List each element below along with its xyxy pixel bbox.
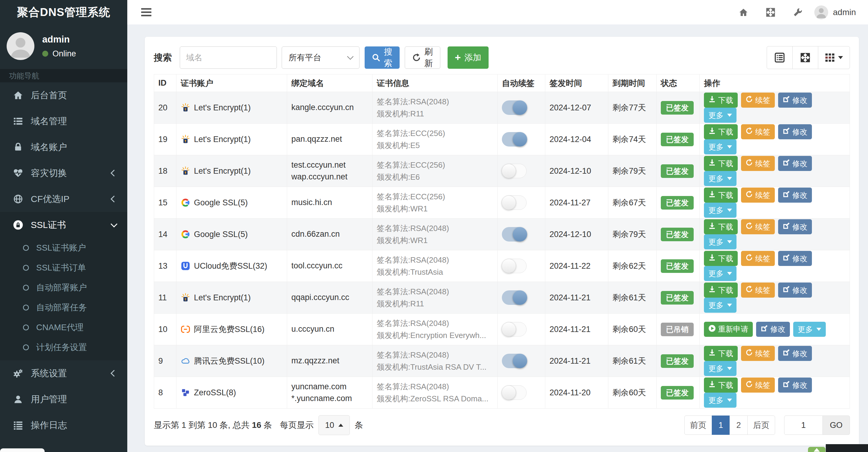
download-button[interactable]: 下载 bbox=[704, 188, 738, 203]
topbar-user-menu[interactable]: admin bbox=[814, 5, 856, 19]
edit-button[interactable]: 修改 bbox=[778, 283, 812, 298]
renew-button[interactable]: 续签 bbox=[741, 124, 775, 139]
renew-button[interactable]: 续签 bbox=[741, 93, 775, 108]
renew-button[interactable]: 续签 bbox=[741, 346, 775, 361]
auto-renew-toggle[interactable] bbox=[502, 322, 527, 336]
renew-button[interactable]: 续签 bbox=[741, 188, 775, 203]
sidebar-link-failover[interactable]: 容灾切换 bbox=[0, 160, 127, 186]
page-button-2[interactable]: 2 bbox=[730, 416, 748, 435]
more-button[interactable]: 更多 bbox=[704, 203, 737, 218]
wrench-icon[interactable] bbox=[784, 7, 811, 17]
sidebar-link-ssl[interactable]: SSL证书 bbox=[0, 212, 127, 238]
download-button[interactable]: 下载 bbox=[704, 378, 738, 393]
status-cell: 已签发 bbox=[657, 345, 700, 377]
lets-encrypt-icon bbox=[181, 166, 190, 176]
sidebar-subitem-ssl-accounts[interactable]: SSL证书账户 bbox=[0, 238, 127, 258]
back-to-top-button[interactable] bbox=[808, 447, 826, 452]
sidebar-link-domains[interactable]: 域名管理 bbox=[0, 108, 127, 134]
auto-renew-toggle[interactable] bbox=[502, 164, 527, 178]
sidebar-toggle-icon[interactable] bbox=[138, 5, 154, 19]
renew-button[interactable]: 续签 bbox=[741, 156, 775, 171]
auto-renew-toggle[interactable] bbox=[502, 227, 527, 241]
home-icon[interactable] bbox=[730, 7, 757, 17]
auto-renew-toggle[interactable] bbox=[502, 195, 527, 210]
add-button[interactable]: + 添加 bbox=[447, 46, 489, 69]
sidebar-link-users[interactable]: 用户管理 bbox=[0, 386, 127, 412]
expand-view-button[interactable] bbox=[792, 46, 818, 69]
sidebar-link-home[interactable]: 后台首页 bbox=[0, 82, 127, 108]
auto-renew-toggle[interactable] bbox=[502, 259, 527, 273]
edit-button[interactable]: 修改 bbox=[778, 378, 812, 393]
app-root: 聚合DNS管理系统 admin Online 功能导航 后台首页域名管理域名账户… bbox=[0, 0, 868, 452]
sidebar-subitem-deploy-accounts[interactable]: 自动部署账户 bbox=[0, 278, 127, 298]
more-button[interactable]: 更多 bbox=[704, 393, 737, 408]
page-size-select[interactable]: 10 bbox=[318, 415, 350, 435]
debug-trace-tab[interactable] bbox=[0, 448, 44, 452]
edit-button[interactable]: 修改 bbox=[778, 188, 812, 203]
goto-page-input[interactable] bbox=[784, 416, 823, 435]
edit-button[interactable]: 修改 bbox=[778, 124, 812, 139]
edit-button[interactable]: 修改 bbox=[778, 251, 812, 266]
sidebar-link-domain-accounts[interactable]: 域名账户 bbox=[0, 134, 127, 160]
edit-button[interactable]: 修改 bbox=[778, 156, 812, 171]
go-button[interactable]: GO bbox=[823, 416, 850, 435]
more-button[interactable]: 更多 bbox=[704, 266, 737, 281]
sidebar-subitem-ssl-orders[interactable]: SSL证书订单 bbox=[0, 258, 127, 278]
more-button[interactable]: 更多 bbox=[793, 322, 826, 337]
edit-button[interactable]: 修改 bbox=[778, 93, 812, 108]
sidebar-link-system[interactable]: 系统设置 bbox=[0, 360, 127, 386]
auto-renew-toggle[interactable] bbox=[502, 100, 527, 115]
table-view-button[interactable] bbox=[767, 46, 793, 69]
account-name: 腾讯云免费SSL(10) bbox=[194, 356, 265, 366]
more-button[interactable]: 更多 bbox=[704, 139, 737, 154]
more-button[interactable]: 更多 bbox=[704, 298, 737, 313]
renew-button[interactable]: 续签 bbox=[741, 378, 775, 393]
download-button[interactable]: 下载 bbox=[704, 124, 738, 139]
page-button-1[interactable]: 1 bbox=[712, 416, 730, 435]
download-button[interactable]: 下载 bbox=[704, 283, 738, 298]
fullscreen-icon[interactable] bbox=[757, 7, 784, 17]
sign-algorithm: 签名算法:RSA(2048) bbox=[377, 96, 493, 108]
sidebar-link-logs[interactable]: 操作日志 bbox=[0, 412, 127, 438]
plus-icon: + bbox=[455, 52, 461, 62]
sidebar-subitem-deploy-tasks[interactable]: 自动部署任务 bbox=[0, 298, 127, 318]
sidebar-item-logs: 操作日志 bbox=[0, 412, 127, 438]
download-button[interactable]: 下载 bbox=[704, 251, 738, 266]
renew-button[interactable]: 续签 bbox=[741, 219, 775, 234]
auto-renew-toggle[interactable] bbox=[502, 290, 527, 305]
edit-button[interactable]: 修改 bbox=[756, 322, 790, 337]
download-button[interactable]: 下载 bbox=[704, 156, 738, 171]
download-button[interactable]: 下载 bbox=[704, 219, 738, 234]
more-button[interactable]: 更多 bbox=[704, 108, 737, 123]
next-page-button[interactable]: 后页 bbox=[747, 416, 775, 435]
renew-button[interactable]: 续签 bbox=[741, 251, 775, 266]
more-button[interactable]: 更多 bbox=[704, 171, 737, 186]
refresh-button[interactable]: 刷新 bbox=[405, 46, 440, 69]
platform-select[interactable]: 所有平台 bbox=[282, 46, 360, 69]
renew-button[interactable]: 续签 bbox=[741, 283, 775, 298]
caret-down-icon bbox=[838, 56, 843, 59]
more-button[interactable]: 更多 bbox=[704, 361, 737, 376]
download-button[interactable]: 下载 bbox=[704, 93, 738, 108]
auto-renew-toggle[interactable] bbox=[502, 354, 527, 368]
cert-id-cell: 8 bbox=[154, 377, 177, 409]
view-toggle-group bbox=[767, 46, 850, 69]
download-button[interactable]: 下载 bbox=[704, 346, 738, 361]
reapply-button[interactable]: 重新申请 bbox=[704, 322, 753, 337]
edit-button[interactable]: 修改 bbox=[778, 346, 812, 361]
auto-renew-cell bbox=[498, 314, 545, 345]
search-button[interactable]: 搜索 bbox=[365, 46, 400, 69]
edit-button[interactable]: 修改 bbox=[778, 219, 812, 234]
auto-renew-toggle[interactable] bbox=[502, 385, 527, 400]
heartbeat-icon bbox=[12, 167, 24, 179]
columns-view-button[interactable] bbox=[818, 46, 850, 69]
sidebar-subitem-cron-settings[interactable]: 计划任务设置 bbox=[0, 337, 127, 357]
status-cell: 已签发 bbox=[657, 92, 700, 124]
prev-page-button[interactable]: 前页 bbox=[684, 416, 712, 435]
search-input[interactable] bbox=[180, 46, 277, 69]
sidebar-link-cf-ip[interactable]: CF优选IP bbox=[0, 186, 127, 212]
more-button[interactable]: 更多 bbox=[704, 234, 737, 249]
renew-icon bbox=[746, 96, 753, 105]
auto-renew-toggle[interactable] bbox=[502, 132, 527, 147]
sidebar-subitem-cname-proxy[interactable]: CNAME代理 bbox=[0, 318, 127, 337]
